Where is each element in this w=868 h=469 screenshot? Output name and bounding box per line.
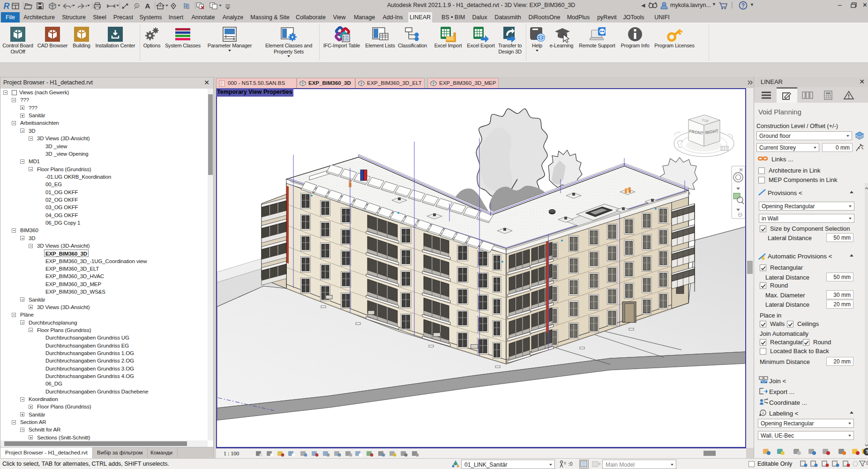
svg-text:1: 1 (762, 411, 764, 415)
svg-text:?: ? (866, 449, 868, 454)
svg-text:1: 1 (136, 4, 138, 8)
svg-text:R: R (4, 1, 10, 11)
svg-text:?: ? (741, 2, 745, 9)
